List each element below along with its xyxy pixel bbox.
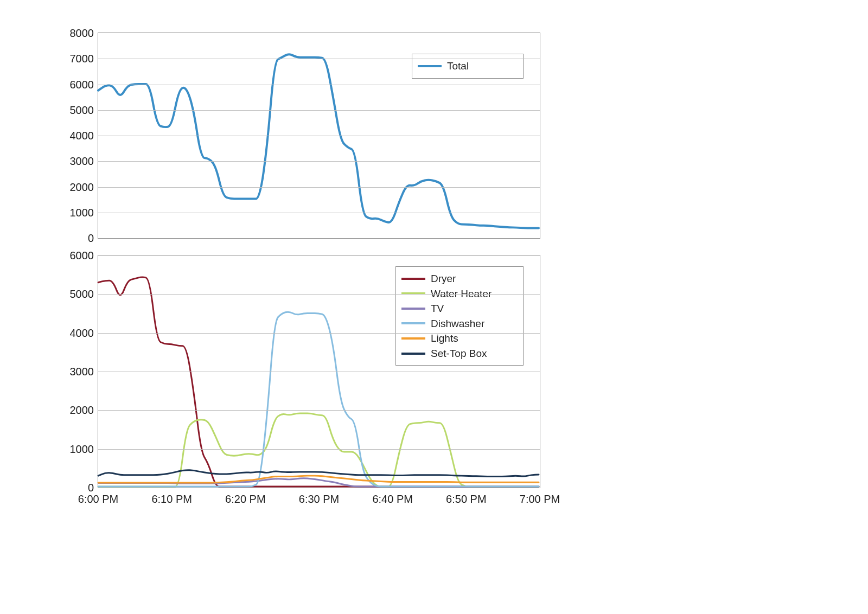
legend-label: Total: [447, 59, 469, 74]
legend-row-total: Total: [418, 59, 515, 74]
top-chart-legend: Total: [412, 54, 524, 79]
series-set-top-box: [98, 470, 539, 477]
chart-page: Total 010002000300040005000600070008000 …: [0, 0, 868, 614]
gridline: [98, 372, 540, 372]
gridline: [98, 136, 540, 136]
gridline: [98, 161, 540, 162]
y-tick-label: 7000: [70, 53, 99, 65]
gridline: [98, 110, 540, 111]
y-tick-label: 0: [88, 232, 98, 245]
series-tv: [98, 478, 539, 487]
x-tick-label: 6:40 PM: [372, 488, 412, 506]
x-tick-label: 6:00 PM: [78, 488, 118, 506]
top-chart-plot-area: Total 010002000300040005000600070008000: [98, 33, 540, 239]
series-lights: [98, 476, 539, 483]
legend-label: TV: [431, 301, 444, 316]
legend-row-water-heater: Water Heater: [401, 286, 515, 302]
bottom-chart-legend: DryerWater HeaterTVDishwasherLightsSet-T…: [395, 266, 524, 366]
y-tick-label: 2000: [70, 404, 99, 417]
legend-swatch: [401, 292, 425, 295]
y-tick-label: 1000: [70, 443, 99, 455]
legend-row-set-top-box: Set-Top Box: [401, 346, 515, 361]
legend-row-dryer: Dryer: [401, 271, 515, 286]
y-tick-label: 6000: [70, 78, 99, 91]
y-tick-label: 5000: [70, 288, 99, 300]
y-tick-label: 6000: [70, 250, 99, 262]
top-chart: Total 010002000300040005000600070008000: [65, 33, 803, 239]
legend-label: Water Heater: [431, 286, 492, 302]
legend-row-dishwasher: Dishwasher: [401, 316, 515, 331]
x-tick-label: 6:20 PM: [225, 488, 265, 506]
x-tick-label: 7:00 PM: [520, 488, 560, 506]
y-tick-label: 5000: [70, 104, 99, 116]
gridline: [98, 213, 540, 213]
legend-swatch: [401, 322, 425, 324]
y-tick-label: 4000: [70, 130, 99, 142]
legend-swatch: [401, 278, 425, 280]
x-tick-label: 6:30 PM: [299, 488, 339, 506]
y-tick-label: 4000: [70, 327, 99, 339]
legend-label: Set-Top Box: [431, 346, 487, 361]
legend-row-tv: TV: [401, 301, 515, 316]
legend-swatch: [401, 353, 425, 355]
y-tick-label: 3000: [70, 366, 99, 378]
y-tick-label: 8000: [70, 27, 99, 40]
y-tick-label: 3000: [70, 155, 99, 168]
bottom-chart-plot-area: DryerWater HeaterTVDishwasherLightsSet-T…: [98, 255, 540, 488]
legend-label: Lights: [431, 331, 458, 346]
legend-swatch: [401, 308, 425, 310]
x-tick-label: 6:10 PM: [151, 488, 192, 506]
series-water-heater: [98, 413, 539, 487]
legend-swatch: [418, 65, 442, 67]
series-total: [98, 54, 539, 228]
gridline: [98, 449, 540, 450]
bottom-chart: DryerWater HeaterTVDishwasherLightsSet-T…: [65, 255, 803, 488]
y-tick-label: 1000: [70, 206, 99, 219]
legend-row-lights: Lights: [401, 331, 515, 346]
legend-swatch: [401, 337, 425, 340]
legend-label: Dishwasher: [431, 316, 484, 331]
gridline: [98, 187, 540, 188]
x-tick-label: 6:50 PM: [446, 488, 486, 506]
gridline: [98, 85, 540, 85]
gridline: [98, 410, 540, 411]
y-tick-label: 2000: [70, 181, 99, 193]
legend-label: Dryer: [431, 271, 456, 286]
